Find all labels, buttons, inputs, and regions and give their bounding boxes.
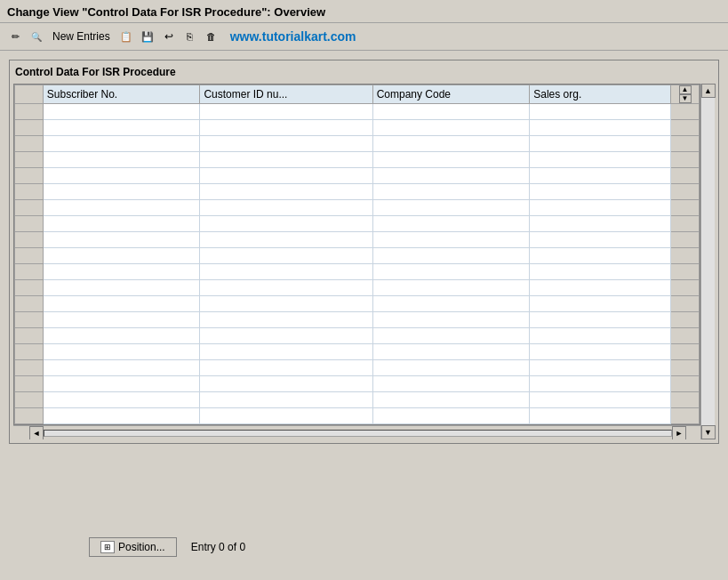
cell-customer[interactable] xyxy=(200,136,372,152)
cell-company[interactable] xyxy=(372,408,530,424)
row-selector[interactable] xyxy=(15,328,44,344)
cell-company[interactable] xyxy=(372,312,530,328)
cell-subscriber[interactable] xyxy=(43,360,200,376)
cell-customer[interactable] xyxy=(200,328,372,344)
cell-sales[interactable] xyxy=(530,408,671,424)
cell-sales[interactable] xyxy=(530,232,671,248)
save-button[interactable]: 💾 xyxy=(138,27,157,46)
cell-sales[interactable] xyxy=(530,152,671,168)
cell-customer[interactable] xyxy=(200,248,372,264)
cell-sales[interactable] xyxy=(530,392,671,408)
cell-subscriber[interactable] xyxy=(43,120,200,136)
col-scroll-down[interactable]: ▼ xyxy=(679,94,692,103)
cell-sales[interactable] xyxy=(530,136,671,152)
cell-company[interactable] xyxy=(372,216,530,232)
cell-customer[interactable] xyxy=(200,184,372,200)
position-button[interactable]: ⊞ Position... xyxy=(89,537,177,557)
copy2-button[interactable]: ⎘ xyxy=(180,27,200,46)
cell-subscriber[interactable] xyxy=(43,408,200,424)
row-selector[interactable] xyxy=(15,344,44,360)
cell-customer[interactable] xyxy=(200,216,372,232)
cell-company[interactable] xyxy=(372,136,530,152)
row-selector[interactable] xyxy=(15,200,44,216)
delete-button[interactable]: 🗑 xyxy=(202,27,221,46)
cell-subscriber[interactable] xyxy=(43,248,200,264)
cell-subscriber[interactable] xyxy=(43,376,200,392)
cell-sales[interactable] xyxy=(530,200,671,216)
cell-subscriber[interactable] xyxy=(43,328,200,344)
row-selector[interactable] xyxy=(15,360,44,376)
cell-customer[interactable] xyxy=(200,168,372,184)
vscroll-up-button[interactable]: ▲ xyxy=(701,84,716,98)
row-selector[interactable] xyxy=(15,392,44,408)
cell-company[interactable] xyxy=(372,152,530,168)
row-selector[interactable] xyxy=(15,216,44,232)
row-selector[interactable] xyxy=(15,408,44,424)
cell-sales[interactable] xyxy=(530,312,671,328)
cell-company[interactable] xyxy=(372,344,530,360)
row-selector[interactable] xyxy=(15,312,44,328)
vscroll-down-button[interactable]: ▼ xyxy=(701,425,716,439)
row-selector[interactable] xyxy=(15,104,44,120)
cell-sales[interactable] xyxy=(530,120,671,136)
cell-customer[interactable] xyxy=(200,232,372,248)
cell-sales[interactable] xyxy=(530,296,671,312)
cell-company[interactable] xyxy=(372,248,530,264)
row-selector[interactable] xyxy=(15,136,44,152)
cell-company[interactable] xyxy=(372,232,530,248)
cell-sales[interactable] xyxy=(530,376,671,392)
cell-subscriber[interactable] xyxy=(43,264,200,280)
cell-subscriber[interactable] xyxy=(43,392,200,408)
hscroll-left-button[interactable]: ◄ xyxy=(29,426,44,440)
hscroll-right-button[interactable]: ► xyxy=(672,426,686,440)
cell-sales[interactable] xyxy=(530,328,671,344)
cell-company[interactable] xyxy=(372,184,530,200)
cell-customer[interactable] xyxy=(200,312,372,328)
cell-subscriber[interactable] xyxy=(43,184,200,200)
cell-customer[interactable] xyxy=(200,344,372,360)
row-selector[interactable] xyxy=(15,152,44,168)
undo-button[interactable]: ↩ xyxy=(159,27,179,46)
binoculars-button[interactable] xyxy=(27,27,46,46)
cell-subscriber[interactable] xyxy=(43,216,200,232)
cell-company[interactable] xyxy=(372,200,530,216)
cell-company[interactable] xyxy=(372,360,530,376)
cell-sales[interactable] xyxy=(530,280,671,296)
cell-company[interactable] xyxy=(372,392,530,408)
cell-subscriber[interactable] xyxy=(43,280,200,296)
cell-customer[interactable] xyxy=(200,104,372,120)
cell-subscriber[interactable] xyxy=(43,232,200,248)
cell-sales[interactable] xyxy=(530,184,671,200)
row-selector[interactable] xyxy=(15,376,44,392)
cell-sales[interactable] xyxy=(530,248,671,264)
cell-sales[interactable] xyxy=(530,264,671,280)
copy-button[interactable]: 📋 xyxy=(116,27,136,46)
row-selector[interactable] xyxy=(15,168,44,184)
cell-company[interactable] xyxy=(372,264,530,280)
cell-subscriber[interactable] xyxy=(43,296,200,312)
cell-subscriber[interactable] xyxy=(43,168,200,184)
cell-sales[interactable] xyxy=(530,360,671,376)
cell-sales[interactable] xyxy=(530,168,671,184)
row-selector[interactable] xyxy=(15,248,44,264)
cell-company[interactable] xyxy=(372,376,530,392)
row-selector[interactable] xyxy=(15,296,44,312)
cell-company[interactable] xyxy=(372,104,530,120)
pencil-button[interactable] xyxy=(5,27,25,46)
cell-customer[interactable] xyxy=(200,200,372,216)
row-selector[interactable] xyxy=(15,280,44,296)
new-entries-button[interactable]: New Entries xyxy=(48,28,115,45)
cell-sales[interactable] xyxy=(530,216,671,232)
row-selector[interactable] xyxy=(15,120,44,136)
cell-sales[interactable] xyxy=(530,104,671,120)
col-scroll-up[interactable]: ▲ xyxy=(679,85,692,94)
cell-subscriber[interactable] xyxy=(43,136,200,152)
cell-company[interactable] xyxy=(372,296,530,312)
cell-subscriber[interactable] xyxy=(43,104,200,120)
cell-customer[interactable] xyxy=(200,120,372,136)
cell-company[interactable] xyxy=(372,120,530,136)
row-selector[interactable] xyxy=(15,184,44,200)
cell-customer[interactable] xyxy=(200,392,372,408)
cell-customer[interactable] xyxy=(200,408,372,424)
cell-sales[interactable] xyxy=(530,344,671,360)
